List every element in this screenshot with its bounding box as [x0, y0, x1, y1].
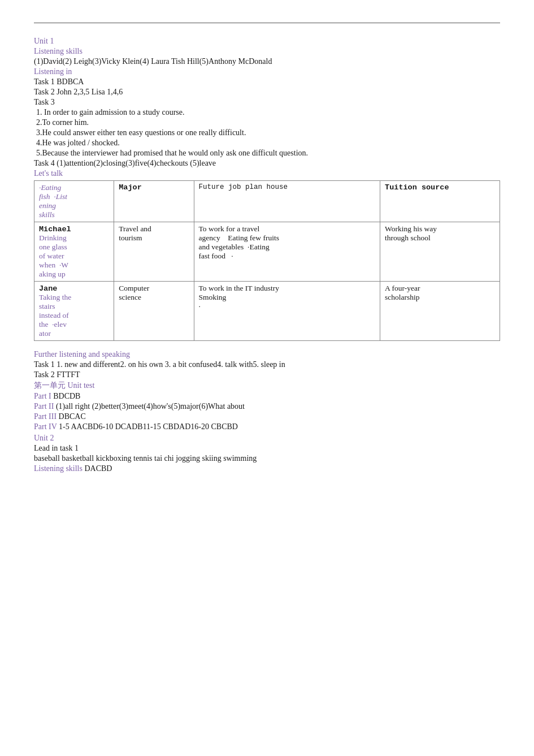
further-task1-label: Task 1: [34, 360, 55, 369]
michael-col3: To work for a travelagency Eating few fr…: [194, 222, 380, 282]
unit2-heading: Unit 2: [34, 434, 500, 443]
unit2-listening-skills: Listening skills DACBD: [34, 464, 500, 473]
unit-test-section: 第一单元 Unit test Part I BDCDB Part II (1)a…: [34, 381, 500, 431]
sports-line: baseball basketball kickboxing tennis ta…: [34, 454, 500, 463]
unit1-task3-line: Task 3: [34, 98, 500, 107]
part3-label: Part III: [34, 412, 57, 421]
part4-text: 1-5 AACBD6-10 DCADB11-15 CBDAD16-20 CBCB…: [59, 422, 238, 431]
unit1-listening-skills-label: Listening skills: [34, 47, 500, 56]
further-section: Further listening and speaking Task 1 1.…: [34, 350, 500, 379]
part1-text: BDCDB: [53, 392, 80, 400]
unit2-ls-label: Listening skills: [34, 464, 83, 473]
task4-text: (1)attention(2)closing(3)five(4)checkout…: [57, 159, 216, 167]
part2-label: Part II: [34, 402, 54, 411]
item5: 5.Because the interviewer had promised t…: [34, 149, 500, 158]
leadin-task: task 1: [60, 444, 79, 452]
task1-text: BDBCA: [57, 77, 84, 86]
further-task1-line: Task 1 1. new and different2. on his own…: [34, 360, 500, 369]
unit2-section: Unit 2 Lead in task 1 baseball basketbal…: [34, 434, 500, 473]
part4-label: Part IV: [34, 422, 57, 431]
lets-talk-table: ·Eatingfish ·Listeningskills Major Futur…: [34, 180, 500, 341]
unit1-task4-line: Task 4 (1)attention(2)closing(3)five(4)c…: [34, 159, 500, 168]
michael-col4: Working his waythrough school: [380, 222, 500, 282]
unit2-leadin-line: Lead in task 1: [34, 444, 500, 453]
unit1-heading: Unit 1: [34, 37, 500, 46]
task2-label: Task 2: [34, 88, 55, 96]
item3: 3.He could answer either ten easy questi…: [34, 128, 500, 137]
item2: 2.To corner him.: [34, 118, 500, 127]
part4-line: Part IV 1-5 AACBD6-10 DCADB11-15 CBDAD16…: [34, 422, 500, 431]
further-heading: Further listening and speaking: [34, 350, 500, 359]
jane-col2: Computerscience: [114, 282, 194, 341]
unit-test-heading: 第一单元 Unit test: [34, 381, 500, 391]
further-task2-text: FTTFT: [57, 370, 80, 379]
unit2-ls-text: DACBD: [84, 464, 112, 473]
leadin-label: Lead in: [34, 444, 58, 452]
unit1-task1-line: Task 1 BDBCA: [34, 77, 500, 87]
col2-header: Major: [114, 181, 194, 222]
part1-line: Part I BDCDB: [34, 392, 500, 401]
col4-header: Tuition source: [380, 181, 500, 222]
part2-text: (1)all right (2)better(3)meet(4)how's(5)…: [56, 402, 245, 411]
further-task2-line: Task 2 FTTFT: [34, 370, 500, 379]
unit1-listening-skills-text: (1)David(2) Leigh(3)Vicky Klein(4) Laura…: [34, 57, 500, 66]
michael-col1: Michael Drinkingone glassof waterwhen ·W…: [34, 222, 114, 282]
col3-header: Future job plan house: [194, 181, 380, 222]
jane-col3: To work in the IT industrySmoking·: [194, 282, 380, 341]
further-task1-text: 1. new and different2. on his own 3. a b…: [57, 360, 285, 369]
further-task2-label: Task 2: [34, 370, 55, 379]
part2-line: Part II (1)all right (2)better(3)meet(4)…: [34, 402, 500, 411]
part1-label: Part I: [34, 392, 51, 400]
task4-label: Task 4: [34, 159, 55, 167]
task2-text: John 2,3,5 Lisa 1,4,6: [57, 88, 123, 96]
lets-talk-label: Let's talk: [34, 169, 500, 178]
michael-col2: Travel andtourism: [114, 222, 194, 282]
unit1-listening-in-label: Listening in: [34, 67, 500, 76]
top-divider: [34, 23, 500, 23]
part3-text: DBCAC: [59, 412, 86, 421]
task3-label: Task 3: [34, 98, 55, 106]
unit1-task2-line: Task 2 John 2,3,5 Lisa 1,4,6: [34, 88, 500, 97]
jane-col1: Jane Taking thestairsinstead ofthe ·elev…: [34, 282, 114, 341]
part3-line: Part III DBCAC: [34, 412, 500, 421]
col1-header: ·Eatingfish ·Listeningskills: [34, 181, 114, 222]
jane-col4: A four-yearscholarship: [380, 282, 500, 341]
item1: 1. In order to gain admission to a study…: [34, 108, 500, 117]
task1-label: Task 1: [34, 77, 55, 86]
item4: 4.He was jolted / shocked.: [34, 139, 500, 148]
